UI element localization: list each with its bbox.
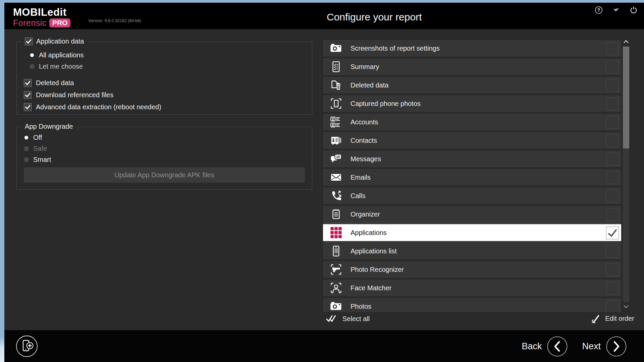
application-data-checkbox[interactable] <box>25 38 33 45</box>
radio-downgrade-off[interactable]: Off <box>24 134 42 141</box>
report-section-row[interactable]: Accounts <box>323 114 621 130</box>
report-section-row[interactable]: Applications list <box>323 243 621 259</box>
face-matcher-icon <box>330 282 342 294</box>
report-section-row[interactable]: Applications <box>323 224 621 241</box>
gun-recognizer-icon <box>330 263 342 276</box>
radio-let-me-choose[interactable]: Let me choose <box>30 63 83 70</box>
back-button[interactable]: Back <box>522 341 542 352</box>
checkbox-box[interactable] <box>24 91 32 99</box>
report-section-row[interactable]: Face Matcher <box>323 280 621 296</box>
report-section-checkbox[interactable] <box>606 61 619 73</box>
envelope-icon <box>330 171 342 184</box>
report-section-checkbox[interactable] <box>606 227 619 239</box>
restore-window-icon[interactable] <box>612 6 621 14</box>
camera-icon <box>330 42 342 55</box>
main-panel: Application data All applications Let me… <box>4 29 644 330</box>
report-section-label: Face Matcher <box>351 284 391 292</box>
scrollbar-track[interactable] <box>623 46 629 302</box>
radio-dot[interactable] <box>24 146 29 151</box>
accounts-icon <box>330 116 342 128</box>
radio-downgrade-smart[interactable]: Smart <box>24 156 51 164</box>
checkbox-download-referenced-files[interactable]: Download referenced files <box>24 91 113 99</box>
checkbox-box[interactable] <box>24 103 32 111</box>
report-section-label: Messages <box>351 155 381 163</box>
notepad-icon <box>330 208 342 221</box>
report-section-row[interactable]: Screenshots of report settings <box>323 40 621 57</box>
report-section-label: Contacts <box>351 137 377 144</box>
report-section-checkbox[interactable] <box>606 79 619 92</box>
report-section-label: Deleted data <box>351 81 388 89</box>
application-data-label: Application data <box>36 38 84 45</box>
report-section-row[interactable]: Contacts <box>323 132 621 149</box>
double-check-icon <box>326 313 336 324</box>
radio-downgrade-safe[interactable]: Safe <box>24 145 47 153</box>
report-section-checkbox[interactable] <box>606 190 619 202</box>
report-section-checkbox[interactable] <box>606 208 619 221</box>
report-section-checkbox[interactable] <box>606 98 619 110</box>
version-label: Version: 9.6.0.32162 (64-bit) <box>88 18 141 23</box>
folder-trash-icon <box>330 79 342 92</box>
report-section-checkbox[interactable] <box>606 153 619 166</box>
checkbox-advanced-data-extraction[interactable]: Advanced data extraction (reboot needed) <box>24 103 161 111</box>
report-section-checkbox[interactable] <box>606 116 619 129</box>
report-section-checkbox[interactable] <box>606 42 619 55</box>
scrollbar-thumb[interactable] <box>623 47 629 148</box>
radio-dot[interactable] <box>24 157 29 162</box>
radio-dot[interactable] <box>30 53 34 57</box>
connect-phone-button[interactable] <box>16 335 38 357</box>
power-icon[interactable] <box>629 6 638 14</box>
report-section-row[interactable]: Emails <box>323 169 621 186</box>
checkbox-box[interactable] <box>24 79 32 87</box>
page-title: Configure your report <box>327 11 422 23</box>
report-section-row[interactable]: Calls <box>323 187 621 204</box>
report-section-checkbox[interactable] <box>606 300 619 312</box>
window-frame-left <box>0 3 4 362</box>
report-section-row[interactable]: Captured phone photos <box>323 95 621 112</box>
report-section-checkbox[interactable] <box>606 171 619 184</box>
next-button[interactable]: Next <box>582 341 601 352</box>
window-frame-top <box>0 0 644 3</box>
group-app-downgrade: App Downgrade Off Safe Smart Update App … <box>16 127 312 190</box>
edit-order-button[interactable]: Edit order <box>590 313 634 323</box>
phone-calls-icon <box>330 189 342 202</box>
help-icon[interactable]: ? <box>594 6 603 14</box>
report-section-row[interactable]: Summary <box>323 58 621 75</box>
titlebar: MOBILedit Forensic PRO Version: 9.6.0.32… <box>4 3 644 29</box>
report-section-label: Photo Recognizer <box>351 266 404 274</box>
update-app-downgrade-button[interactable]: Update App Downgrade APK files <box>24 167 305 183</box>
next-circle-icon[interactable] <box>606 336 627 357</box>
back-circle-icon[interactable] <box>547 336 568 357</box>
report-section-label: Summary <box>351 63 379 71</box>
report-section-checkbox[interactable] <box>606 263 619 276</box>
report-section-label: Emails <box>351 174 371 181</box>
edit-pencil-icon <box>590 313 600 323</box>
report-section-row[interactable]: Photos <box>323 298 621 312</box>
phone-apps-icon <box>330 245 342 257</box>
report-section-row[interactable]: Messages <box>323 150 621 167</box>
radio-dot[interactable] <box>30 64 35 69</box>
radio-all-applications[interactable]: All applications <box>30 51 84 59</box>
checkbox-deleted-data[interactable]: Deleted data <box>24 79 74 87</box>
report-section-label: Accounts <box>351 118 378 126</box>
report-section-checkbox[interactable] <box>606 245 619 258</box>
report-section-row[interactable]: Organizer <box>323 206 621 223</box>
report-section-label: Screenshots of report settings <box>351 45 440 52</box>
report-section-checkbox[interactable] <box>606 282 619 295</box>
list-bottom-bar: Select all Edit order <box>323 313 635 329</box>
brand-logo: MOBILedit Forensic PRO <box>13 7 70 28</box>
report-section-row[interactable]: Photo Recognizer <box>323 261 621 278</box>
report-section-label: Applications <box>351 229 387 237</box>
scroll-down-icon[interactable] <box>623 303 629 309</box>
checklist-document-icon <box>330 60 342 73</box>
select-all-label: Select all <box>342 315 370 323</box>
report-section-row[interactable]: Deleted data <box>323 77 621 94</box>
report-section-label: Captured phone photos <box>351 100 421 108</box>
scroll-up-icon[interactable] <box>623 39 629 45</box>
radio-dot[interactable] <box>24 136 28 139</box>
select-all-button[interactable]: Select all <box>326 313 370 324</box>
report-section-label: Photos <box>351 303 371 310</box>
contacts-icon <box>330 134 342 147</box>
pro-badge: PRO <box>49 18 71 27</box>
edit-order-label: Edit order <box>605 315 634 322</box>
report-section-checkbox[interactable] <box>606 134 619 147</box>
